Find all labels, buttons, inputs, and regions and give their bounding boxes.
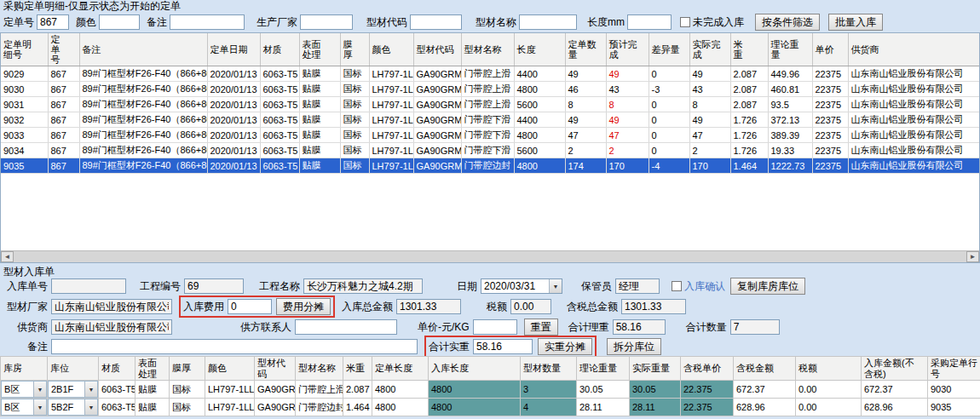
inbound-no-input[interactable] [51,278,126,294]
total-qty-input[interactable] [730,319,780,335]
col-qty2[interactable]: 型材数量 [521,357,577,381]
col-tax2[interactable]: 税额 [796,357,862,381]
col-length[interactable]: 长度 [514,33,565,66]
color-filter-input[interactable] [99,14,140,30]
remark-input[interactable] [51,339,418,354]
col-film2[interactable]: 膜厚 [170,357,205,381]
contact-label: 供方联系人 [240,320,291,335]
unit-price-input[interactable] [473,319,517,335]
col-surface2[interactable]: 表面 处理 [135,357,170,381]
col-order-qty[interactable]: 定单数 量 [565,33,606,66]
batch-inbound-button[interactable]: 批量入库 [828,14,883,31]
inbound-grid-body: B区 ▼ 2B1F ▼ 6063-T5 贴膜 国标 LH797-1LL0 [1,381,980,416]
profile-name-filter-input[interactable] [519,14,577,30]
col-actual-weight[interactable]: 实际重量 [630,357,681,381]
chevron-down-icon[interactable]: ▼ [84,399,97,415]
col-film[interactable]: 膜 厚 [340,33,369,66]
unfinished-checkbox[interactable] [680,17,690,27]
chevron-down-icon[interactable]: ▼ [33,399,46,415]
date-picker[interactable]: 2020/03/31 ▼ [481,278,562,294]
inbound-confirm-checkbox[interactable] [672,281,682,291]
total-amount-input[interactable] [396,299,461,314]
col-profile-name[interactable]: 型材名称 [461,33,514,66]
col-remark[interactable]: 备注 [79,33,207,66]
order-row[interactable]: 9031 867 89#门框型材F26-F40（866+867） 2020/01… [1,97,980,112]
fee-input[interactable] [228,299,272,314]
col-order-date[interactable]: 定单日期 [207,33,260,66]
calendar-dropdown-icon[interactable]: ▼ [549,279,562,293]
order-row[interactable]: 9035 867 89#门框型材F26-F40（866+867） 2020/01… [1,158,980,174]
order-row[interactable]: 9029 867 89#门框型材F26-F40（866+867） 2020/01… [1,66,980,82]
col-unit-price2[interactable]: 含税单价 [681,357,734,381]
supplier-label: 供货商 [0,320,48,335]
col-order-line[interactable]: 采购定单行 号 [928,357,980,381]
factory-input[interactable] [51,299,172,314]
col-detail-no[interactable]: 定单明 细号 [1,33,48,66]
col-color[interactable]: 颜色 [369,33,413,66]
order-row[interactable]: 9033 867 89#门框型材F26-F40（866+867） 2020/01… [1,128,980,143]
cell-order-qty: 49 [565,112,606,128]
scroll-left-icon[interactable]: ◄ [1,251,14,262]
order-row[interactable]: 9034 867 89#门框型材F26-F40（866+867） 2020/01… [1,143,980,158]
col-meter-weight2[interactable]: 米重 [343,357,372,381]
col-in-length[interactable]: 入库长度 [429,357,521,381]
col-tax-amount[interactable]: 含税金额 [734,357,796,381]
tax-input[interactable] [510,299,551,314]
remark-filter-input[interactable] [170,14,245,30]
col-amount-no-tax[interactable]: 入库金额(不 含税) [862,357,928,381]
filter-by-condition-button[interactable]: 按条件筛选 [755,14,820,31]
supplier-input[interactable] [51,319,172,335]
col-surface[interactable]: 表面 处理 [299,33,340,66]
order-row[interactable]: 9032 867 89#门框型材F26-F40（866+867） 2020/01… [1,112,980,128]
col-theory-weight[interactable]: 理论重 量 [768,33,812,66]
col-warehouse[interactable]: 库房 [1,357,48,381]
warehouse-select[interactable]: B区 ▼ [1,381,47,398]
actual-share-button[interactable]: 实重分摊 [538,338,592,355]
profile-code-filter-input[interactable] [410,14,462,30]
chevron-down-icon[interactable]: ▼ [84,382,97,397]
horizontal-scrollbar[interactable]: ◄ ► [1,250,979,262]
order-grid: 定单明 细号 定 单 号 备注 定单日期 材质 表面 处理 膜 厚 颜色 型材代… [1,33,980,174]
split-location-button[interactable]: 拆分库位 [607,338,661,355]
cell-length: 4400 [514,112,565,128]
project-no-input[interactable] [184,278,244,294]
manufacturer-filter-input[interactable] [300,14,353,30]
warehouse-select[interactable]: B区 ▼ [1,399,47,416]
fee-share-button[interactable]: 费用分摊 [276,298,331,315]
order-row[interactable]: 9030 867 89#门框型材F26-F40（866+867） 2020/01… [1,82,980,97]
col-profile-code2[interactable]: 型材代码 [255,357,296,381]
total-actual-input[interactable] [473,339,533,354]
cell-surface: 贴膜 [299,128,340,143]
col-order-length[interactable]: 定单长度 [372,357,429,381]
contact-input[interactable] [295,319,397,335]
keeper-input[interactable] [615,278,660,294]
col-profile-name2[interactable]: 型材名称 [296,357,343,381]
inbound-row[interactable]: B区 ▼ 5B2F ▼ 6063-T5 贴膜 国标 LH797-1LL0 [1,399,980,416]
col-profile-code[interactable]: 型材代码 [413,33,461,66]
total-theory-input[interactable] [613,319,666,335]
col-material2[interactable]: 材质 [99,357,135,381]
scrollbar-track[interactable] [14,251,966,262]
col-order-no[interactable]: 定 单 号 [48,33,79,66]
col-expected[interactable]: 预计完 成 [606,33,649,66]
inbound-row[interactable]: B区 ▼ 2B1F ▼ 6063-T5 贴膜 国标 LH797-1LL0 [1,381,980,399]
slot-select[interactable]: 5B2F ▼ [48,399,98,416]
col-meter-weight[interactable]: 米 重 [730,33,768,66]
reset-button[interactable]: 重置 [524,319,558,336]
col-slot[interactable]: 库位 [48,357,99,381]
col-material[interactable]: 材质 [260,33,299,66]
scroll-right-icon[interactable]: ► [966,251,979,262]
col-supplier[interactable]: 供货商 [848,33,980,66]
chevron-down-icon[interactable]: ▼ [33,382,46,397]
col-theory-weight2[interactable]: 理论重量 [577,357,630,381]
col-price[interactable]: 单价 [812,33,848,66]
col-actual[interactable]: 实际完 成 [689,33,730,66]
length-filter-input[interactable] [627,14,672,30]
slot-select[interactable]: 2B1F ▼ [48,381,98,398]
total-with-tax-input[interactable] [621,299,686,314]
col-color2[interactable]: 颜色 [205,357,255,381]
col-diff[interactable]: 差异量 [649,33,689,66]
project-name-input[interactable] [303,278,423,294]
copy-location-button[interactable]: 复制库房库位 [730,278,805,295]
order-no-input[interactable] [37,14,69,30]
